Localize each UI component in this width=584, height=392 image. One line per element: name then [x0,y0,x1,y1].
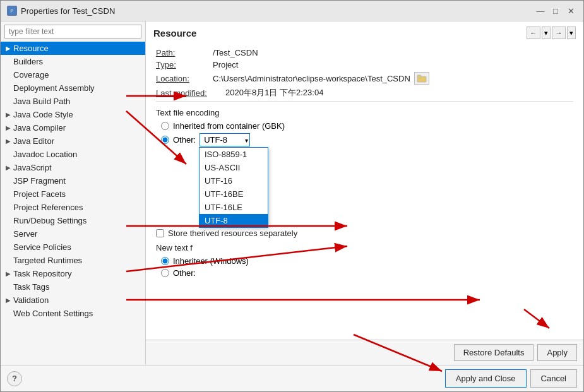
window-controls: — □ ✕ [534,4,577,17]
sidebar-item-label: Java Build Path [13,97,70,106]
last-modified-row: Last modified: 2020年8月1日 下午2:23:04 [156,87,573,98]
encoding-radio-group: Inherited from container (GBK) Other: UT… [161,121,573,146]
minimize-button[interactable]: — [534,4,547,17]
sidebar-item-label: Targeted Runtimes [13,256,82,265]
store-label: Store therived resources separately [168,229,297,238]
back-button[interactable]: ← [527,27,540,39]
expand-arrow-icon: ▶ [6,270,11,277]
inherited2-radio-row: Inheriteer (Windows) [161,256,573,266]
location-label: Location: [156,74,213,83]
sidebar-item-deployment-assembly[interactable]: Deployment Assembly [1,81,145,95]
encoding-select[interactable]: UTF-8 [200,133,250,146]
filter-input[interactable] [4,25,141,39]
divider [156,101,573,102]
sidebar-item-run-debug-settings[interactable]: Run/Debug Settings [1,214,145,227]
dialog-body: ▶ResourceBuildersCoverageDeployment Asse… [1,21,583,365]
sidebar-item-task-tags[interactable]: Task Tags [1,280,145,294]
new-text-section-title: New text f [156,243,573,252]
main-title: Resource [153,28,196,39]
help-button[interactable]: ? [7,371,22,386]
sidebar-scroll-container: ▶ResourceBuildersCoverageDeployment Asse… [1,42,145,365]
other-label: Other: [173,135,196,145]
expand-arrow-icon: ▶ [6,45,11,52]
path-value: /Test_CSDN [213,48,258,57]
option-iso[interactable]: ISO-8859-1 [200,148,268,161]
sidebar-item-builders[interactable]: Builders [1,55,145,68]
sidebar-item-web-content-settings[interactable]: Web Content Settings [1,307,145,320]
sidebar-item-project-facets[interactable]: Project Facets [1,187,145,201]
option-utf16le[interactable]: UTF-16LE [200,201,268,214]
apply-and-close-button[interactable]: Apply and Close [445,369,527,388]
maximize-button[interactable]: □ [549,4,562,17]
apply-bar: Restore Defaults Apply [146,340,583,365]
forward-dropdown-button[interactable]: ▾ [567,27,576,39]
sidebar-item-targeted-runtimes[interactable]: Targeted Runtimes [1,254,145,267]
sidebar-item-project-references[interactable]: Project References [1,201,145,214]
sidebar-item-resource[interactable]: ▶Resource [1,42,145,55]
other2-radio-row: Other: [161,268,573,278]
new-text-radio-group: Inheriteer (Windows) Other: [161,256,573,278]
location-row: Location: C:\Users\Administrator\eclipse… [156,72,573,85]
sidebar-item-javascript[interactable]: ▶JavaScript [1,161,145,174]
store-checkbox[interactable] [156,229,164,237]
option-utf16be[interactable]: UTF-16BE [200,187,268,201]
main-header: Resource ← ▾ → ▾ [146,21,583,42]
path-label: Path: [156,48,213,57]
encoding-section-title: Text file encoding [156,108,573,117]
store-checkbox-row: Store therived resources separately [156,229,573,238]
sidebar-item-server[interactable]: Server [1,227,145,241]
back-dropdown-button[interactable]: ▾ [542,27,551,39]
option-utf8[interactable]: UTF-8 [200,214,268,227]
option-usascii[interactable]: US-ASCII [200,161,268,174]
sidebar-item-java-build-path[interactable]: Java Build Path [1,95,145,108]
sidebar-item-java-editor[interactable]: ▶Java Editor [1,134,145,148]
sidebar-item-jsp-fragment[interactable]: JSP Fragment [1,174,145,187]
inherited2-radio[interactable] [161,257,169,265]
other-radio[interactable] [161,136,169,144]
sidebar-item-label: Javadoc Location [13,150,77,159]
cancel-button[interactable]: Cancel [530,369,577,388]
encoding-select-wrapper: UTF-8 ▾ [200,133,250,146]
inherited2-label: Inheriteer (Windows) [173,256,249,266]
footer-buttons: Apply and Close Cancel [445,369,577,388]
expand-arrow-icon: ▶ [6,164,11,171]
sidebar-item-label: Project References [13,203,83,212]
expand-arrow-icon: ▶ [6,297,11,304]
sidebar-item-javadoc-location[interactable]: Javadoc Location [1,148,145,161]
restore-defaults-button[interactable]: Restore Defaults [454,344,534,361]
sidebar-item-label: Task Tags [13,282,50,292]
sidebar-item-task-repository[interactable]: ▶Task Repository [1,267,145,280]
sidebar-item-label: Server [13,229,37,239]
last-modified-label: Last modified: [156,88,225,98]
expand-arrow-icon: ▶ [6,138,11,145]
close-button[interactable]: ✕ [564,4,577,17]
navigation-arrows: ← ▾ → ▾ [527,27,576,39]
sidebar-item-label: Service Policies [13,242,71,252]
sidebar-item-service-policies[interactable]: Service Policies [1,241,145,254]
location-value: C:\Users\Administrator\eclipse-workspace… [213,74,410,83]
title-bar-left: P Properties for Test_CSDN [7,6,115,16]
sidebar-item-label: Deployment Assembly [13,83,95,93]
other2-radio[interactable] [161,269,169,277]
svg-rect-3 [417,75,421,78]
sidebar-item-label: Task Repository [13,269,71,278]
sidebar-item-label: Run/Debug Settings [13,216,86,225]
encoding-dropdown-list: ISO-8859-1 US-ASCII UTF-16 UTF-16BE UTF-… [199,147,268,228]
sidebar-item-label: Java Compiler [13,123,66,133]
type-row: Type: Project [156,60,573,69]
sidebar-item-java-compiler[interactable]: ▶Java Compiler [1,121,145,134]
apply-button[interactable]: Apply [537,344,577,361]
browse-folder-button[interactable] [414,72,429,85]
sidebar-item-label: Java Editor [13,136,54,146]
last-modified-value: 2020年8月1日 下午2:23:04 [225,87,323,98]
inherited-radio[interactable] [161,122,169,130]
forward-button[interactable]: → [552,27,566,39]
expand-arrow-icon: ▶ [6,111,11,118]
sidebar: ▶ResourceBuildersCoverageDeployment Asse… [1,21,146,365]
sidebar-item-coverage[interactable]: Coverage [1,68,145,81]
option-utf16[interactable]: UTF-16 [200,174,268,187]
sidebar-item-java-code-style[interactable]: ▶Java Code Style [1,108,145,121]
sidebar-item-label: Validation [13,295,49,305]
sidebar-item-label: Java Code Style [13,110,73,119]
sidebar-item-validation[interactable]: ▶Validation [1,294,145,307]
